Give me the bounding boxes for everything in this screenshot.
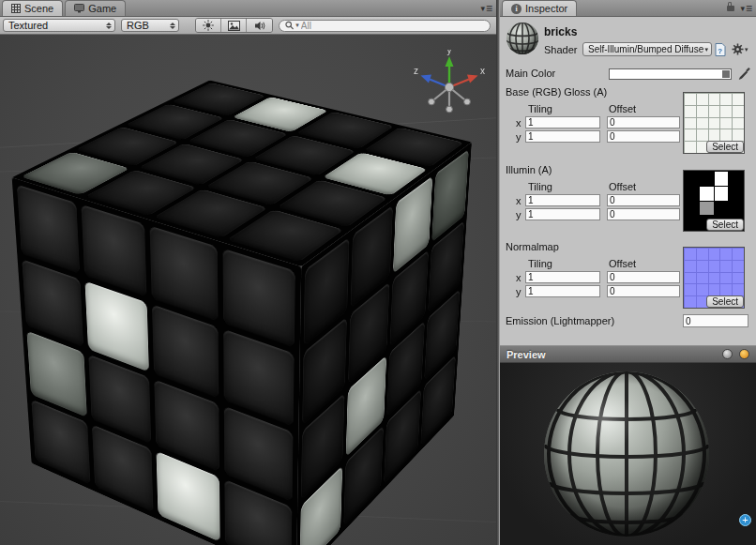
- base-texture-select-button[interactable]: Select: [706, 141, 744, 153]
- emission-input[interactable]: [683, 314, 748, 327]
- skybox-fx-toggle-button[interactable]: [221, 19, 247, 32]
- gizmo-z-label: z: [414, 66, 418, 76]
- scene-grid-icon: [11, 4, 21, 13]
- search-box[interactable]: ▾: [279, 20, 491, 32]
- tab-scene-label: Scene: [24, 3, 53, 14]
- illumin-texture-select-button[interactable]: Select: [706, 219, 744, 231]
- svg-text:?: ?: [718, 47, 722, 55]
- main-color-label: Main Color: [506, 68, 555, 79]
- base-tiling-x-input[interactable]: [525, 116, 600, 129]
- speaker-icon: [254, 21, 265, 31]
- gizmo-negative-axis-knob[interactable]: [429, 98, 435, 105]
- material-name: bricks: [544, 25, 577, 38]
- sun-icon: [203, 20, 214, 31]
- tab-inspector[interactable]: i Inspector: [502, 0, 577, 16]
- gizmo-negative-axis-knob[interactable]: [446, 106, 453, 113]
- x-axis-label: x: [516, 117, 522, 129]
- gizmo-x-label: x: [480, 66, 485, 76]
- offset-header: Offset: [609, 103, 636, 114]
- draw-mode-dropdown[interactable]: Textured: [3, 19, 115, 32]
- lock-icon[interactable]: [727, 6, 734, 11]
- tab-inspector-label: Inspector: [525, 3, 567, 14]
- normalmap-offset-x-input[interactable]: [607, 271, 680, 283]
- illumin-offset-y-input[interactable]: [607, 208, 680, 220]
- normalmap-tiling-y-input[interactable]: [525, 285, 600, 297]
- material-preview-area[interactable]: +: [500, 363, 756, 545]
- orientation-gizmo[interactable]: y x z: [412, 50, 487, 125]
- render-mode-value: RGB: [127, 20, 149, 31]
- scene-toolbar: Textured RGB: [0, 17, 496, 35]
- scene-toggle-button-group: [195, 18, 273, 33]
- tab-scene[interactable]: Scene: [2, 0, 63, 16]
- tab-game-label: Game: [88, 3, 116, 14]
- base-tiling-y-input[interactable]: [525, 130, 600, 143]
- chevron-down-icon: ▾: [745, 46, 748, 53]
- preview-bar[interactable]: Preview: [500, 345, 756, 363]
- image-icon: [228, 21, 240, 31]
- help-doc-icon[interactable]: ?: [715, 43, 726, 56]
- emission-row: Emission (Lightmapper): [500, 313, 756, 330]
- illumin-tiling-y-input[interactable]: [525, 208, 600, 220]
- shader-dropdown[interactable]: Self-Illumin/Bumped Diffuse ▾: [582, 42, 712, 56]
- game-monitor-icon: [74, 4, 84, 13]
- illumin-texture-section: Illumin (A) Tiling Offset x y Select: [500, 162, 756, 239]
- material-header: bricks Shader Self-Illumin/Bumped Diffus…: [500, 21, 756, 64]
- gear-icon[interactable]: [732, 43, 744, 55]
- base-texture-thumb[interactable]: Select: [683, 92, 745, 154]
- normalmap-section-label: Normalmap: [506, 241, 559, 252]
- normalmap-tiling-x-input[interactable]: [525, 271, 600, 283]
- tab-game[interactable]: Game: [65, 0, 126, 16]
- inspector-tabstrip: i Inspector ▾≡: [500, 0, 756, 17]
- draw-mode-value: Textured: [8, 20, 48, 31]
- gizmo-y-arrowhead[interactable]: [446, 56, 454, 67]
- audio-toggle-button[interactable]: [247, 19, 272, 32]
- y-axis-label: y: [516, 131, 522, 143]
- inspector-panel: i Inspector ▾≡ bri: [499, 0, 756, 545]
- normalmap-texture-select-button[interactable]: Select: [706, 295, 744, 308]
- main-color-swatch[interactable]: [609, 68, 732, 80]
- gizmo-negative-axis-knob[interactable]: [464, 98, 471, 105]
- search-input[interactable]: [301, 21, 484, 31]
- lighting-toggle-button[interactable]: [196, 19, 221, 32]
- preview-light-toggle[interactable]: [739, 349, 749, 359]
- scene-viewport[interactable]: y x z: [0, 35, 496, 545]
- base-section-label: Base (RGB) Gloss (A): [506, 86, 607, 98]
- gizmo-z-arrowhead[interactable]: [421, 75, 432, 83]
- illumin-offset-x-input[interactable]: [607, 194, 680, 206]
- swatch-alpha-tail: [722, 70, 730, 78]
- base-offset-x-input[interactable]: [607, 116, 680, 129]
- scene-panel-menu-icon[interactable]: ▾≡: [480, 0, 492, 16]
- dropdown-arrows-icon: [170, 23, 175, 29]
- inspector-panel-menu-icon[interactable]: ▾≡: [740, 0, 752, 16]
- gizmo-y-label: y: [447, 50, 452, 55]
- material-sphere-icon[interactable]: [505, 21, 540, 56]
- gizmo-x-arrowhead[interactable]: [467, 75, 478, 83]
- offset-header: Offset: [609, 181, 636, 192]
- shader-label: Shader: [544, 44, 577, 55]
- search-filter-caret-icon[interactable]: ▾: [295, 22, 299, 29]
- preview-mesh-toggle[interactable]: [722, 349, 733, 359]
- scene-tabstrip: Scene Game ▾≡: [0, 0, 496, 17]
- x-axis-label: x: [516, 272, 522, 283]
- illumin-tiling-x-input[interactable]: [525, 194, 600, 206]
- dropdown-arrows-icon: [106, 23, 112, 29]
- main-color-row: Main Color: [500, 67, 756, 82]
- illumin-section-label: Illumin (A): [506, 164, 552, 175]
- render-mode-dropdown[interactable]: RGB: [121, 19, 179, 32]
- normalmap-texture-thumb[interactable]: Select: [683, 247, 745, 309]
- base-offset-y-input[interactable]: [607, 130, 680, 143]
- illumin-texture-thumb[interactable]: Select: [683, 170, 745, 232]
- chevron-down-icon: ▾: [704, 46, 708, 53]
- material-options[interactable]: ▾: [732, 43, 748, 55]
- tiling-header: Tiling: [528, 258, 552, 269]
- gizmo-center-knob[interactable]: [445, 83, 453, 91]
- y-axis-label: y: [516, 286, 522, 297]
- inspector-info-icon: i: [511, 4, 522, 14]
- search-icon: [285, 21, 294, 30]
- emission-label: Emission (Lightmapper): [506, 315, 614, 326]
- eyedropper-icon[interactable]: [737, 67, 750, 81]
- preview-plus-button[interactable]: +: [739, 514, 751, 526]
- y-axis-label: y: [516, 209, 522, 220]
- normalmap-offset-y-input[interactable]: [607, 285, 680, 297]
- scene-panel: Scene Game ▾≡ Textured RGB: [0, 0, 496, 545]
